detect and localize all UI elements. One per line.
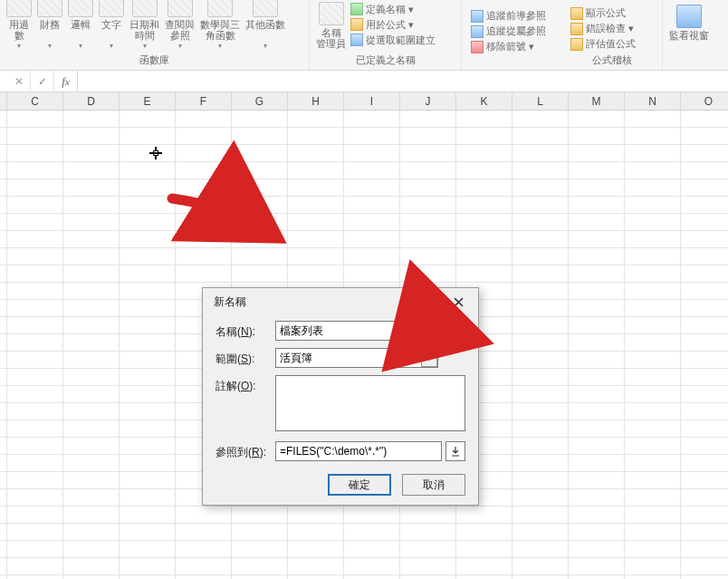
- column-headers[interactable]: CDEFGHIJKLMNO: [0, 92, 728, 111]
- cell[interactable]: [7, 403, 63, 420]
- cell[interactable]: [232, 128, 288, 145]
- cell[interactable]: [176, 179, 232, 197]
- cell[interactable]: [7, 128, 63, 145]
- cell[interactable]: [0, 162, 7, 179]
- cell[interactable]: [569, 403, 625, 420]
- cell[interactable]: [456, 575, 512, 579]
- cell[interactable]: [120, 231, 176, 248]
- cell[interactable]: [176, 231, 232, 248]
- cell[interactable]: [63, 352, 120, 369]
- cell[interactable]: [63, 111, 120, 128]
- cell[interactable]: [625, 575, 681, 579]
- column-header[interactable]: O: [681, 92, 728, 110]
- ribbon-logical[interactable]: 邏輯 x: [65, 0, 96, 52]
- cell[interactable]: [512, 231, 569, 248]
- column-header[interactable]: F: [176, 92, 232, 110]
- cell[interactable]: [456, 179, 512, 197]
- cell[interactable]: [681, 300, 728, 317]
- cell[interactable]: [512, 455, 569, 472]
- ribbon-trace-precedents[interactable]: 追蹤前導參照: [469, 8, 558, 24]
- cell[interactable]: [176, 541, 232, 558]
- cell[interactable]: [569, 455, 625, 472]
- cell[interactable]: [512, 489, 569, 507]
- cell[interactable]: [176, 558, 232, 575]
- cell[interactable]: [400, 197, 456, 214]
- cell[interactable]: [63, 145, 120, 162]
- cell[interactable]: [0, 179, 7, 197]
- cell[interactable]: [288, 162, 344, 179]
- ribbon-date-time[interactable]: 日期和 時間: [127, 0, 162, 52]
- cell[interactable]: [344, 162, 400, 179]
- cell[interactable]: [400, 128, 456, 145]
- dialog-help-button[interactable]: ?: [420, 292, 445, 312]
- cell[interactable]: [63, 334, 120, 352]
- cell[interactable]: [63, 524, 120, 541]
- cell[interactable]: [176, 524, 232, 541]
- cell[interactable]: [625, 317, 681, 334]
- cell[interactable]: [456, 558, 512, 575]
- cell[interactable]: [512, 507, 569, 524]
- cell[interactable]: [7, 438, 63, 455]
- cell[interactable]: [681, 162, 728, 179]
- cell[interactable]: [0, 248, 7, 265]
- cell[interactable]: [569, 179, 625, 197]
- cell[interactable]: [7, 265, 63, 283]
- cell[interactable]: [120, 472, 176, 489]
- cell[interactable]: [400, 162, 456, 179]
- cell[interactable]: [344, 145, 400, 162]
- cell[interactable]: [400, 524, 456, 541]
- cell[interactable]: [344, 524, 400, 541]
- cell[interactable]: [176, 575, 232, 579]
- formula-cancel-button[interactable]: ✕: [7, 71, 31, 92]
- cell[interactable]: [512, 541, 569, 558]
- cell[interactable]: [681, 145, 728, 162]
- cell[interactable]: [569, 558, 625, 575]
- cell[interactable]: [344, 214, 400, 231]
- cell[interactable]: [0, 283, 7, 300]
- column-header[interactable]: H: [288, 92, 344, 110]
- cell[interactable]: [120, 541, 176, 558]
- cell[interactable]: [120, 197, 176, 214]
- cell[interactable]: [7, 420, 63, 438]
- dialog-titlebar[interactable]: 新名稱 ?: [203, 288, 478, 315]
- cell[interactable]: [7, 145, 63, 162]
- cell[interactable]: [176, 507, 232, 524]
- cell[interactable]: [512, 524, 569, 541]
- cell[interactable]: [7, 489, 63, 507]
- cell[interactable]: [625, 128, 681, 145]
- cell[interactable]: [456, 507, 512, 524]
- cell[interactable]: [512, 128, 569, 145]
- cell[interactable]: [120, 300, 176, 317]
- cell[interactable]: [0, 524, 7, 541]
- cell[interactable]: [288, 248, 344, 265]
- cell[interactable]: [63, 403, 120, 420]
- cell[interactable]: [512, 386, 569, 403]
- cell[interactable]: [120, 214, 176, 231]
- cell[interactable]: [456, 162, 512, 179]
- cell[interactable]: [63, 507, 120, 524]
- cell[interactable]: [681, 420, 728, 438]
- cell[interactable]: [569, 145, 625, 162]
- cell[interactable]: [681, 524, 728, 541]
- cell[interactable]: [63, 179, 120, 197]
- cell[interactable]: [63, 128, 120, 145]
- cell[interactable]: [63, 231, 120, 248]
- cell[interactable]: [625, 248, 681, 265]
- cell[interactable]: [569, 197, 625, 214]
- cell[interactable]: [681, 334, 728, 352]
- cell[interactable]: [120, 334, 176, 352]
- cell[interactable]: [120, 558, 176, 575]
- cell[interactable]: [120, 489, 176, 507]
- cell[interactable]: [625, 179, 681, 197]
- column-header[interactable]: I: [344, 92, 400, 110]
- cell[interactable]: [681, 214, 728, 231]
- cell[interactable]: [120, 455, 176, 472]
- column-header[interactable]: K: [456, 92, 512, 110]
- cell[interactable]: [120, 111, 176, 128]
- cell[interactable]: [625, 265, 681, 283]
- cell[interactable]: [569, 369, 625, 386]
- cell[interactable]: [512, 265, 569, 283]
- cell[interactable]: [569, 507, 625, 524]
- cell[interactable]: [681, 352, 728, 369]
- cell[interactable]: [569, 162, 625, 179]
